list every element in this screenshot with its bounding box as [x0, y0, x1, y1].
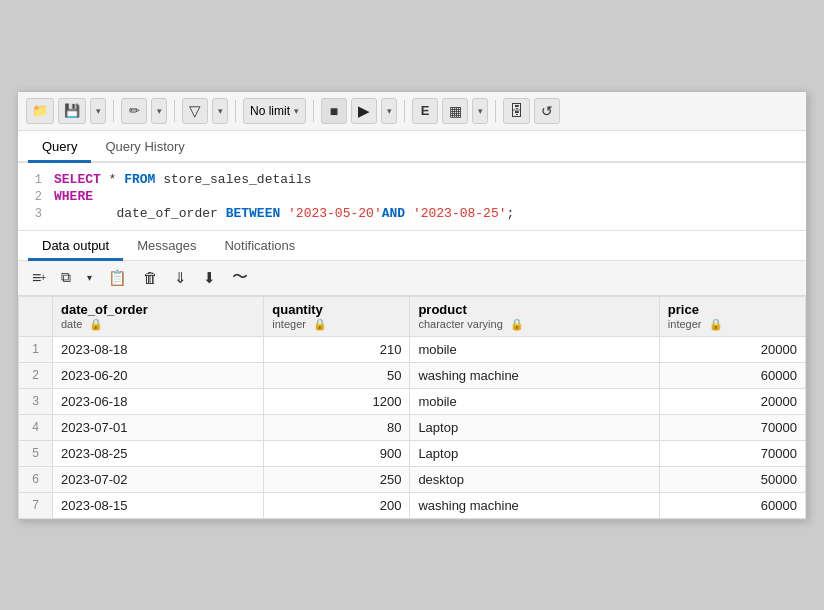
edit-button[interactable]: ✏ — [121, 98, 147, 124]
limit-dropdown[interactable]: No limit ▾ — [243, 98, 306, 124]
row-number-cell: 6 — [19, 466, 53, 492]
save-table-button[interactable]: ⇓ — [168, 266, 193, 290]
quantity-header: quantity integer 🔒 — [264, 296, 410, 336]
date-of-order-cell: 2023-08-18 — [53, 336, 264, 362]
quantity-cell: 50 — [264, 362, 410, 388]
limit-label: No limit — [250, 104, 290, 118]
code-text-3: date_of_order BETWEEN '2023-05-20'AND '2… — [54, 206, 806, 221]
product-cell: Laptop — [410, 414, 659, 440]
separator-1 — [113, 100, 114, 122]
table-row[interactable]: 2 2023-06-20 50 washing machine 60000 — [19, 362, 806, 388]
table-row[interactable]: 6 2023-07-02 250 desktop 50000 — [19, 466, 806, 492]
table-row[interactable]: 5 2023-08-25 900 Laptop 70000 — [19, 440, 806, 466]
db-button[interactable]: 🗄 — [503, 98, 530, 124]
separator-5 — [404, 100, 405, 122]
filter-dropdown[interactable]: ▾ — [212, 98, 228, 124]
quantity-cell: 200 — [264, 492, 410, 518]
table-row[interactable]: 4 2023-07-01 80 Laptop 70000 — [19, 414, 806, 440]
graph-line-button[interactable]: 〜 — [226, 266, 254, 290]
chart-dropdown[interactable]: ▾ — [472, 98, 488, 124]
run-dropdown[interactable]: ▾ — [381, 98, 397, 124]
data-table-wrap: date_of_order date 🔒 quantity integer 🔒 … — [18, 296, 806, 519]
tab-notifications[interactable]: Notifications — [210, 231, 309, 261]
save-dropdown[interactable]: ▾ — [90, 98, 106, 124]
query-tabs-row: Query Query History — [18, 131, 806, 163]
price-cell: 70000 — [659, 414, 805, 440]
row-number-cell: 7 — [19, 492, 53, 518]
separator-3 — [235, 100, 236, 122]
toolbar: 📁 💾 ▾ ✏ ▾ ▽ ▾ No limit ▾ ■ ▶ ▾ E ▦ ▾ 🗄 ↺ — [18, 92, 806, 131]
data-table: date_of_order date 🔒 quantity integer 🔒 … — [18, 296, 806, 519]
result-toolbar: ≡+ ⧉ ▾ 📋 🗑 ⇓ ⬇ 〜 — [18, 261, 806, 296]
product-cell: Laptop — [410, 440, 659, 466]
line-number-2: 2 — [18, 190, 54, 204]
table-row[interactable]: 7 2023-08-15 200 washing machine 60000 — [19, 492, 806, 518]
product-cell: mobile — [410, 336, 659, 362]
save-button[interactable]: 💾 — [58, 98, 86, 124]
chart-button[interactable]: ▦ — [442, 98, 468, 124]
product-cell: washing machine — [410, 362, 659, 388]
main-window: 📁 💾 ▾ ✏ ▾ ▽ ▾ No limit ▾ ■ ▶ ▾ E ▦ ▾ 🗄 ↺… — [17, 91, 807, 520]
table-row[interactable]: 3 2023-06-18 1200 mobile 20000 — [19, 388, 806, 414]
download-button[interactable]: ⬇ — [197, 266, 222, 290]
date-of-order-cell: 2023-08-15 — [53, 492, 264, 518]
code-text-2: WHERE — [54, 189, 806, 204]
row-number-cell: 3 — [19, 388, 53, 414]
line-number-1: 1 — [18, 173, 54, 187]
row-number-cell: 4 — [19, 414, 53, 440]
price-cell: 50000 — [659, 466, 805, 492]
quantity-cell: 1200 — [264, 388, 410, 414]
date-of-order-cell: 2023-07-01 — [53, 414, 264, 440]
paste-button[interactable]: 📋 — [102, 266, 133, 290]
quantity-cell: 80 — [264, 414, 410, 440]
date-of-order-cell: 2023-07-02 — [53, 466, 264, 492]
date-of-order-cell: 2023-06-20 — [53, 362, 264, 388]
table-body: 1 2023-08-18 210 mobile 20000 2 2023-06-… — [19, 336, 806, 518]
tab-query[interactable]: Query — [28, 131, 91, 163]
quantity-cell: 250 — [264, 466, 410, 492]
price-header: price integer 🔒 — [659, 296, 805, 336]
copy-rows-button[interactable]: ⧉ — [55, 266, 77, 290]
table-header-row: date_of_order date 🔒 quantity integer 🔒 … — [19, 296, 806, 336]
row-number-cell: 5 — [19, 440, 53, 466]
open-file-button[interactable]: 📁 — [26, 98, 54, 124]
product-cell: mobile — [410, 388, 659, 414]
explain-button[interactable]: E — [412, 98, 438, 124]
refresh-button[interactable]: ↺ — [534, 98, 560, 124]
run-button[interactable]: ▶ — [351, 98, 377, 124]
row-number-cell: 1 — [19, 336, 53, 362]
separator-4 — [313, 100, 314, 122]
table-row[interactable]: 1 2023-08-18 210 mobile 20000 — [19, 336, 806, 362]
product-cell: desktop — [410, 466, 659, 492]
edit-dropdown[interactable]: ▾ — [151, 98, 167, 124]
date-of-order-header: date_of_order date 🔒 — [53, 296, 264, 336]
price-cell: 70000 — [659, 440, 805, 466]
code-line-2: 2 WHERE — [18, 188, 806, 205]
tab-query-history[interactable]: Query History — [91, 131, 198, 163]
filter-button[interactable]: ▽ — [182, 98, 208, 124]
code-editor[interactable]: 1 SELECT * FROM store_sales_details 2 WH… — [18, 163, 806, 231]
row-num-header — [19, 296, 53, 336]
quantity-cell: 900 — [264, 440, 410, 466]
add-row-button[interactable]: ≡+ — [26, 266, 51, 290]
line-number-3: 3 — [18, 207, 54, 221]
date-of-order-cell: 2023-08-25 — [53, 440, 264, 466]
tab-data-output[interactable]: Data output — [28, 231, 123, 261]
copy-dropdown-button[interactable]: ▾ — [81, 266, 98, 290]
separator-2 — [174, 100, 175, 122]
limit-chevron-icon: ▾ — [294, 106, 299, 116]
row-number-cell: 2 — [19, 362, 53, 388]
price-cell: 60000 — [659, 362, 805, 388]
product-header: product character varying 🔒 — [410, 296, 659, 336]
tab-messages[interactable]: Messages — [123, 231, 210, 261]
quantity-cell: 210 — [264, 336, 410, 362]
stop-button[interactable]: ■ — [321, 98, 347, 124]
result-tabs-row: Data output Messages Notifications — [18, 231, 806, 261]
code-text-1: SELECT * FROM store_sales_details — [54, 172, 806, 187]
code-line-1: 1 SELECT * FROM store_sales_details — [18, 171, 806, 188]
date-of-order-cell: 2023-06-18 — [53, 388, 264, 414]
price-cell: 20000 — [659, 336, 805, 362]
code-line-3: 3 date_of_order BETWEEN '2023-05-20'AND … — [18, 205, 806, 222]
price-cell: 20000 — [659, 388, 805, 414]
delete-button[interactable]: 🗑 — [137, 266, 164, 290]
